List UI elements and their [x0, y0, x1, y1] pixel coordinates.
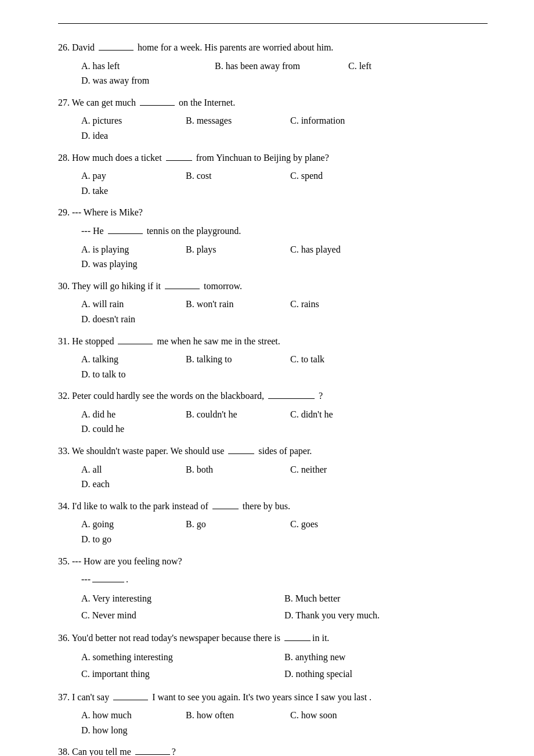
option-31-d[interactable]: D. to talk to [81, 367, 180, 382]
option-32-d[interactable]: D. could he [81, 422, 180, 437]
question-37-text: 37. I can't say I want to see you again.… [58, 690, 488, 705]
option-36-a[interactable]: A. something interesting [81, 649, 284, 666]
option-29-d[interactable]: D. was playing [81, 257, 180, 272]
option-29-b[interactable]: B. plays [186, 242, 284, 257]
option-32-a[interactable]: A. did he [81, 407, 180, 422]
question-38: 38. Can you tell me ? A. where do you li… [58, 744, 488, 756]
option-26-a[interactable]: A. has left [81, 59, 209, 74]
question-36: 36. You'd better not read today's newspa… [58, 631, 488, 682]
option-34-b[interactable]: B. go [186, 517, 284, 532]
option-32-b[interactable]: B. couldn't he [186, 407, 284, 422]
option-28-c[interactable]: C. spend [290, 168, 389, 183]
option-27-c[interactable]: C. information [290, 113, 389, 128]
option-31-b[interactable]: B. talking to [186, 352, 284, 367]
options-28: A. pay B. cost C. spend D. take [81, 168, 488, 198]
option-35-d[interactable]: D. Thank you very much. [284, 607, 488, 624]
option-34-a[interactable]: A. going [81, 517, 180, 532]
question-33: 33. We shouldn't waste paper. We should … [58, 444, 488, 492]
question-35-text2: ---. [81, 572, 488, 587]
option-37-a[interactable]: A. how much [81, 708, 180, 723]
option-34-d[interactable]: D. to go [81, 532, 180, 547]
blank-27 [140, 105, 175, 106]
blank-35 [92, 582, 124, 582]
blank-31 [118, 344, 153, 344]
option-26-b[interactable]: B. has been away from [215, 59, 342, 74]
option-28-d[interactable]: D. take [81, 183, 180, 199]
option-27-b[interactable]: B. messages [186, 113, 284, 128]
option-37-c[interactable]: C. how soon [290, 708, 389, 723]
options-26: A. has left B. has been away from C. lef… [81, 59, 488, 88]
question-33-text: 33. We shouldn't waste paper. We should … [58, 444, 488, 459]
question-27-text: 27. We can get much on the Internet. [58, 95, 488, 110]
options-29: A. is playing B. plays C. has played D. … [81, 242, 488, 272]
option-36-d[interactable]: D. nothing special [284, 666, 488, 683]
blank-38 [135, 754, 170, 755]
question-34: 34. I'd like to walk to the park instead… [58, 499, 488, 547]
option-28-b[interactable]: B. cost [186, 168, 284, 183]
option-29-c[interactable]: C. has played [290, 242, 389, 257]
options-35: A. Very interesting B. Much better C. Ne… [81, 591, 488, 624]
option-36-c[interactable]: C. important thing [81, 666, 284, 683]
option-35-c[interactable]: C. Never mind [81, 607, 284, 624]
question-29-text2: --- He tennis on the playground. [81, 224, 488, 239]
options-37: A. how much B. how often C. how soon D. … [81, 708, 488, 737]
question-30-text: 30. They will go hiking if it tomorrow. [58, 279, 488, 294]
option-35-a[interactable]: A. Very interesting [81, 591, 284, 607]
option-36-b[interactable]: B. anything new [284, 649, 488, 666]
blank-29 [108, 233, 143, 234]
top-divider [58, 23, 488, 24]
question-26-text: 26. David home for a week. His parents a… [58, 40, 488, 55]
option-26-d[interactable]: D. was away from [81, 73, 180, 88]
question-29: 29. --- Where is Mike? --- He tennis on … [58, 205, 488, 271]
option-37-b[interactable]: B. how often [186, 708, 284, 723]
option-27-a[interactable]: A. pictures [81, 113, 180, 128]
option-35-b[interactable]: B. Much better [284, 591, 488, 607]
blank-37 [113, 700, 148, 700]
option-32-c[interactable]: C. didn't he [290, 407, 389, 422]
options-27: A. pictures B. messages C. information D… [81, 113, 488, 143]
option-30-d[interactable]: D. doesn't rain [81, 312, 180, 327]
options-30: A. will rain B. won't rain C. rains D. d… [81, 297, 488, 326]
option-37-d[interactable]: D. how long [81, 723, 180, 738]
question-31: 31. He stopped me when he saw me in the … [58, 334, 488, 382]
question-32-text: 32. Peter could hardly see the words on … [58, 388, 488, 404]
blank-28 [166, 160, 192, 161]
question-27: 27. We can get much on the Internet. A. … [58, 95, 488, 143]
option-29-a[interactable]: A. is playing [81, 242, 180, 257]
question-30: 30. They will go hiking if it tomorrow. … [58, 279, 488, 327]
option-31-a[interactable]: A. talking [81, 352, 180, 367]
question-26: 26. David home for a week. His parents a… [58, 40, 488, 88]
blank-33 [228, 453, 254, 454]
question-31-text: 31. He stopped me when he saw me in the … [58, 334, 488, 349]
option-26-c[interactable]: C. left [348, 59, 447, 74]
blank-34 [212, 509, 239, 509]
options-31: A. talking B. talking to C. to talk D. t… [81, 352, 488, 381]
question-28: 28. How much does a ticket from Yinchuan… [58, 150, 488, 199]
question-38-text: 38. Can you tell me ? [58, 744, 488, 756]
question-35: 35. --- How are you feeling now? ---. A.… [58, 554, 488, 624]
option-34-c[interactable]: C. goes [290, 517, 389, 532]
blank-26 [99, 50, 134, 51]
options-34: A. going B. go C. goes D. to go [81, 517, 488, 546]
options-32: A. did he B. couldn't he C. didn't he D.… [81, 407, 488, 437]
question-36-text: 36. You'd better not read today's newspa… [58, 631, 488, 646]
options-36: A. something interesting B. anything new… [81, 649, 488, 683]
question-32: 32. Peter could hardly see the words on … [58, 388, 488, 437]
options-33: A. all B. both C. neither D. each [81, 462, 488, 492]
question-28-text: 28. How much does a ticket from Yinchuan… [58, 150, 488, 165]
option-28-a[interactable]: A. pay [81, 168, 180, 183]
question-37: 37. I can't say I want to see you again.… [58, 690, 488, 738]
option-30-c[interactable]: C. rains [290, 297, 389, 312]
question-35-text: 35. --- How are you feeling now? [58, 554, 488, 569]
option-27-d[interactable]: D. idea [81, 128, 180, 143]
option-31-c[interactable]: C. to talk [290, 352, 389, 367]
option-30-b[interactable]: B. won't rain [186, 297, 284, 312]
option-33-c[interactable]: C. neither [290, 462, 389, 477]
question-29-text: 29. --- Where is Mike? [58, 205, 488, 220]
blank-32 [268, 398, 315, 399]
question-34-text: 34. I'd like to walk to the park instead… [58, 499, 488, 514]
option-33-d[interactable]: D. each [81, 477, 180, 492]
option-30-a[interactable]: A. will rain [81, 297, 180, 312]
option-33-a[interactable]: A. all [81, 462, 180, 477]
option-33-b[interactable]: B. both [186, 462, 284, 477]
